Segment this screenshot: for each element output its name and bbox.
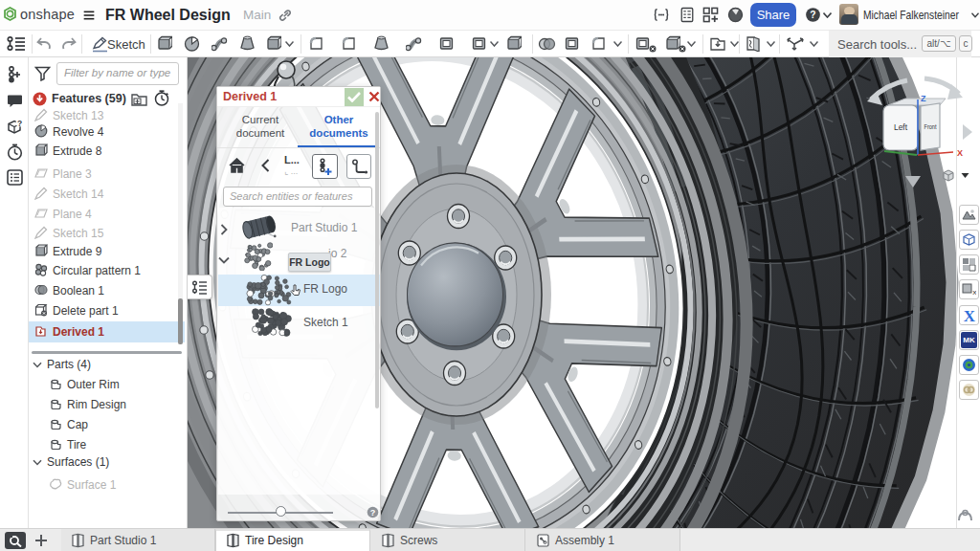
svg-text:x: x [972,288,976,297]
svg-text:X: X [957,148,963,158]
svg-text:?: ? [370,508,376,518]
svg-text:Z: Z [921,94,926,103]
svg-text:?: ? [17,119,22,128]
svg-text:?: ? [810,10,815,20]
svg-text:X: X [964,307,976,323]
svg-text:Front: Front [924,122,936,130]
svg-text:Left: Left [894,122,908,132]
